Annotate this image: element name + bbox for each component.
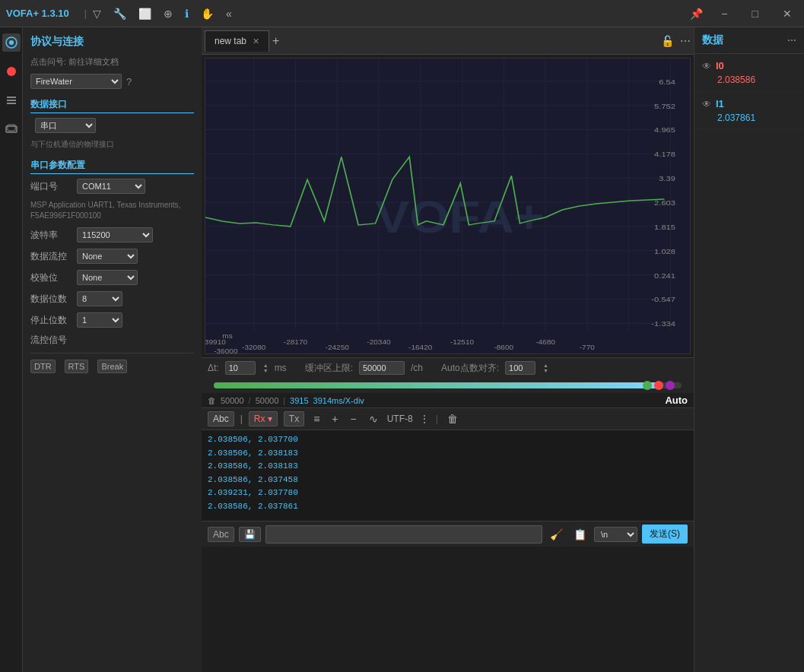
- app-title: VOFA+ 1.3.10: [6, 8, 69, 19]
- minimize-button[interactable]: −: [715, 5, 733, 23]
- baud-select[interactable]: 115200: [77, 227, 153, 242]
- break-button[interactable]: Break: [97, 360, 127, 373]
- maximize-button[interactable]: □: [746, 5, 764, 23]
- wrench-icon[interactable]: 🔧: [113, 8, 126, 20]
- delta-t-spinner[interactable]: ▲▼: [263, 363, 269, 373]
- svg-point-2: [7, 67, 16, 76]
- delta-t-label: Δt:: [208, 363, 219, 373]
- tab-close-button[interactable]: ✕: [253, 36, 259, 46]
- baud-row: 波特率 115200: [30, 227, 194, 242]
- data-value-I1: 2.037861: [702, 113, 796, 123]
- buffer-bar[interactable]: [214, 382, 682, 388]
- rts-button[interactable]: RTS: [65, 360, 89, 373]
- buffer-label: 缓冲区上限:: [305, 362, 353, 375]
- sidebar-link: 点击问号: 前往详细文档: [30, 56, 194, 68]
- plugin-select[interactable]: FireWater: [30, 74, 122, 89]
- tab-bar: new tab ✕ + 🔓 ⋯: [202, 27, 694, 55]
- dtr-button[interactable]: DTR: [30, 360, 56, 373]
- input-bar: Abc 💾 🧹 📋 \n \r\n None 发送(S): [202, 521, 694, 547]
- clear-serial-button[interactable]: 🗑: [444, 411, 461, 426]
- trash-icon[interactable]: 🗑: [208, 396, 216, 405]
- svg-text:-1.334: -1.334: [651, 319, 675, 328]
- sidebar-icon-record[interactable]: [2, 62, 21, 81]
- buffer-slider-row: [202, 378, 694, 393]
- svg-text:1.028: 1.028: [654, 246, 675, 255]
- auto-input[interactable]: [505, 361, 535, 375]
- format-icon[interactable]: ≡: [310, 411, 323, 426]
- copy-icon[interactable]: 📋: [570, 527, 589, 542]
- per-ch-label: /ch: [411, 363, 423, 373]
- crosshair-icon[interactable]: ⊕: [164, 8, 173, 20]
- center-content: new tab ✕ + 🔓 ⋯: [202, 27, 694, 672]
- dropdown-icon[interactable]: ▽: [93, 8, 101, 20]
- chart-svg: 6.54 5.752 4.965 4.178 3.39 2.603 1.815 …: [205, 59, 690, 353]
- collapse-icon[interactable]: «: [226, 8, 232, 20]
- svg-text:-36000: -36000: [214, 347, 237, 353]
- serial-line-3: 2.038586, 2.038183: [208, 460, 688, 474]
- add-tab-button[interactable]: +: [272, 34, 279, 48]
- bits-select[interactable]: 8: [77, 291, 122, 306]
- input-abc-button[interactable]: Abc: [208, 527, 234, 542]
- parity-select[interactable]: None: [77, 270, 138, 285]
- close-button[interactable]: ✕: [777, 5, 798, 23]
- buffer-val1: 50000: [221, 396, 244, 405]
- send-button[interactable]: 发送(S): [642, 525, 688, 544]
- port-hw-desc: MSP Application UART1, Texas Instruments…: [30, 200, 194, 221]
- newline-select[interactable]: \n \r\n None: [594, 527, 637, 542]
- tx-button[interactable]: Tx: [284, 411, 304, 426]
- serial-input[interactable]: [265, 525, 542, 544]
- right-panel: 数据 ⋯ 👁 I0 2.038586 👁 I1 2.037861: [694, 27, 804, 672]
- wave-icon[interactable]: ∿: [366, 411, 381, 426]
- minus-icon[interactable]: −: [348, 411, 360, 426]
- auto-spinner[interactable]: ▲▼: [543, 363, 548, 373]
- add-icon[interactable]: +: [329, 411, 341, 426]
- svg-text:-16420: -16420: [408, 344, 432, 351]
- red-handle[interactable]: [654, 381, 663, 390]
- fingerprint-icon[interactable]: ✋: [201, 8, 214, 20]
- svg-text:0.241: 0.241: [654, 271, 675, 279]
- abc-format-button[interactable]: Abc: [208, 411, 234, 426]
- svg-text:5.752: 5.752: [654, 101, 675, 109]
- info-icon[interactable]: ℹ: [185, 8, 189, 20]
- sidebar-icon-lines[interactable]: [2, 91, 21, 109]
- flow-select[interactable]: None: [77, 249, 138, 264]
- new-tab[interactable]: new tab ✕: [205, 30, 269, 52]
- svg-text:4.965: 4.965: [654, 125, 675, 134]
- sidebar-icon-connection[interactable]: [2, 33, 21, 52]
- svg-rect-3: [7, 97, 16, 98]
- svg-text:-20340: -20340: [367, 338, 390, 346]
- lock-icon[interactable]: 🔓: [661, 35, 674, 47]
- buffer-val4: 3914ms/X-div: [313, 396, 364, 405]
- buffer-info-row: 🗑 50000 / 50000 | 3915 3914ms/X-div Auto: [202, 393, 694, 407]
- flow-ctrl-title: 流控信号: [30, 334, 194, 347]
- svg-text:-28170: -28170: [284, 338, 307, 346]
- right-panel-more[interactable]: ⋯: [787, 35, 796, 46]
- help-button[interactable]: ?: [126, 76, 132, 87]
- stop-select[interactable]: 1: [77, 312, 122, 328]
- pin-icon[interactable]: 📌: [690, 8, 703, 20]
- serial-more-button[interactable]: ⋮: [419, 413, 430, 425]
- data-item-I1: 👁 I1 2.037861: [694, 92, 804, 130]
- more-options-icon[interactable]: ⋯: [680, 35, 691, 47]
- eye-icon-I1[interactable]: 👁: [702, 99, 711, 109]
- port-type-row: 串口: [30, 118, 194, 133]
- serial-output[interactable]: 2.038506, 2.037700 2.038506, 2.038183 2.…: [202, 430, 694, 521]
- eye-icon-I0[interactable]: 👁: [702, 61, 711, 71]
- sidebar-icon-layers[interactable]: [2, 120, 21, 138]
- rx-button[interactable]: Rx ▾: [249, 411, 278, 426]
- clear-input-icon[interactable]: 🧹: [547, 527, 566, 542]
- sidebar-title: 协议与连接: [30, 35, 194, 49]
- sidebar-panel: 协议与连接 点击问号: 前往详细文档 FireWater ? 数据接口 串口 与…: [23, 27, 202, 672]
- purple-handle[interactable]: [666, 381, 675, 390]
- delta-t-input[interactable]: [225, 361, 256, 375]
- port-num-select[interactable]: COM11: [77, 179, 145, 194]
- data-value-I0: 2.038586: [702, 74, 796, 85]
- save-button[interactable]: 💾: [239, 527, 261, 542]
- buffer-input[interactable]: [359, 361, 405, 375]
- svg-text:-32080: -32080: [242, 344, 265, 351]
- teal-handle[interactable]: [643, 381, 652, 390]
- layout-icon[interactable]: ⬜: [138, 8, 151, 20]
- svg-text:6.54: 6.54: [659, 77, 675, 85]
- port-type-select[interactable]: 串口: [35, 118, 96, 133]
- auto-label: Auto点数对齐:: [441, 362, 499, 375]
